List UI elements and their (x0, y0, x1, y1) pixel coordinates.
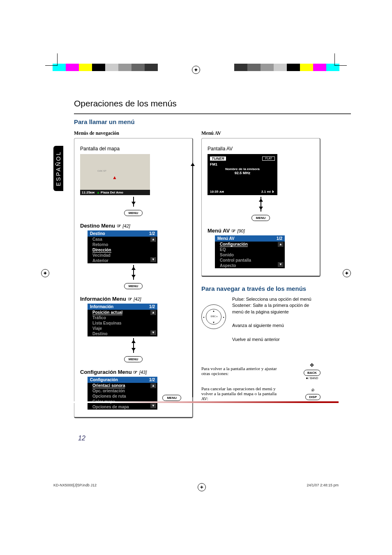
av-menu: Menú AV1/2 Configuración EQ Sonido Contr… (215, 235, 285, 268)
avmenu-title: Menú AV ☞ [90] (208, 228, 314, 234)
menu-button[interactable]: MENU (124, 283, 143, 289)
next-icon: ⏭ (159, 244, 164, 249)
back-sublabel: ■ / BAND (304, 377, 321, 380)
back-button[interactable]: BACK (304, 370, 321, 376)
footer-timestamp: 24/1/07 2:48:15 pm (307, 483, 339, 491)
prev-icon: ⏮ (81, 244, 86, 249)
menu-button[interactable]: MENU (162, 395, 181, 401)
av-caption: Pantalla AV (208, 146, 314, 152)
arrow-head-up (191, 161, 195, 166)
section-heading: Para llamar un menú (74, 118, 351, 125)
arrow-down-icon (133, 197, 134, 207)
info-menu: Información1/2 Posición actual Tráfico L… (88, 304, 157, 336)
config-title: Configuración Menu ☞ [43] (80, 369, 187, 375)
print-color-bar-right (234, 64, 339, 71)
arrow-both-icon (129, 265, 138, 280)
menu-button[interactable]: MENU (124, 356, 143, 362)
map-caption: Pantalla del mapa (80, 146, 187, 152)
scroll-up-icon: ▲ (150, 237, 156, 242)
disp-note: Para cancelar las operaciones del menú y… (201, 386, 279, 401)
control-dial[interactable]: ◂ DISC ∧ ▸ (201, 304, 226, 329)
back-note: Para volver a la pantalla anterior y aju… (201, 366, 279, 376)
dial-legend: Pulse: Selecciona una opción del menúSos… (232, 296, 321, 350)
print-color-bar-left (53, 64, 158, 71)
scroll-down-icon: ▼ (150, 257, 156, 262)
nav-menus-heading: Menús de navegación (74, 130, 193, 136)
config-menu: Configuración1/2 Orientaci sonora Opc. o… (88, 377, 157, 410)
menu-button[interactable]: MENU (251, 215, 270, 221)
page-number: 12 (78, 435, 351, 442)
menu-button[interactable]: MENU (124, 210, 143, 216)
av-screenshot: TUNERFLAT FM1 Nombre de la emisora 92.5 … (208, 154, 277, 195)
nav-through-heading: Para navegar a través de los menús (201, 285, 321, 292)
flow-arrow-return (192, 163, 193, 397)
av-menu-heading: Menú AV (201, 130, 321, 136)
destino-menu: Destino1/2 Casa Retorno Dirección Vecind… (88, 230, 157, 263)
av-panel: Pantalla AV TUNERFLAT FM1 Nombre de la e… (201, 138, 321, 277)
destino-title: Destino Menu ☞ [42] (80, 223, 187, 229)
registration-mark-left (41, 269, 49, 277)
footer-gradient (53, 401, 339, 403)
crop-top-right (334, 53, 347, 66)
title-rule (74, 113, 351, 114)
language-tab: ESPAÑOL (53, 146, 63, 191)
registration-mark-top (192, 66, 200, 74)
disp-button[interactable]: DISP (305, 394, 321, 400)
crop-top-left (45, 53, 58, 66)
registration-mark-right (343, 269, 351, 277)
registration-mark-bottom (198, 483, 206, 491)
map-pin-icon: ▲ (112, 175, 117, 180)
footer-filename: KD-NX5000[J]SP.indb J12 (53, 483, 97, 491)
nav-panel: Pantalla del mapa OAK ST ▲ 11:25ᴀᴍ ▲ Pla… (74, 138, 193, 418)
info-title: Información Menu ☞ [42] (80, 296, 187, 302)
page-title: Operaciones de los menús (74, 99, 351, 108)
map-screenshot: OAK ST ▲ 11:25ᴀᴍ ▲ Plaza Del Amo (80, 154, 150, 195)
